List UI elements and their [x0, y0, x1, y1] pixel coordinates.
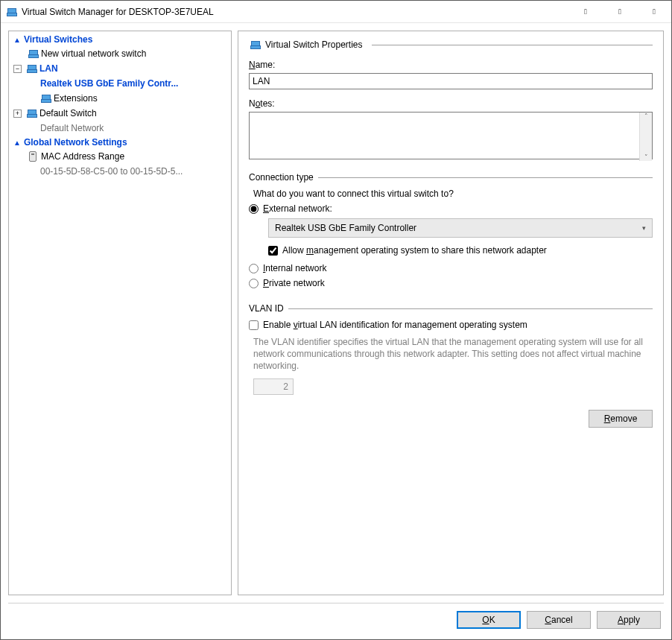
connection-type-title: Connection type: [249, 172, 314, 183]
allow-mgmt-check[interactable]: Allow management operating system to sha…: [268, 245, 653, 256]
vswitch-icon: [25, 107, 37, 119]
tree-item-lan[interactable]: − LAN: [9, 61, 231, 76]
tree-item-lan-adapter[interactable]: Realtek USB GbE Family Contr...: [9, 76, 231, 91]
vlan-id-input: [253, 378, 294, 395]
tree-pane: ▲ Virtual Switches New virtual network s…: [8, 31, 232, 595]
tree-item-mac-range[interactable]: MAC Address Range: [9, 149, 231, 164]
nic-icon: [29, 151, 37, 162]
vlan-group: VLAN ID Enable virtual LAN identificatio…: [249, 303, 653, 395]
radio-internal-input[interactable]: [249, 264, 259, 273]
properties-heading: Virtual Switch Properties: [249, 39, 653, 51]
vlan-enable-input[interactable]: [249, 320, 259, 330]
window-title: Virtual Switch Manager for DESKTOP-3E7UE…: [22, 7, 214, 17]
tree-item-default-switch[interactable]: + Default Switch: [9, 106, 231, 121]
tree-item-extensions[interactable]: Extensions: [9, 91, 231, 106]
collapse-icon[interactable]: −: [13, 65, 22, 73]
ok-button[interactable]: OK: [457, 611, 521, 629]
scrollbar[interactable]: ˄˅: [639, 113, 652, 161]
notes-label: Notes:: [249, 98, 653, 109]
dialog-footer: OK Cancel Apply: [1, 603, 671, 639]
connection-type-group: Connection type What do you want to conn…: [249, 172, 653, 293]
vswitch-icon: [39, 92, 51, 104]
remove-button[interactable]: Remove: [589, 410, 653, 428]
chevron-down-icon: ▾: [642, 224, 646, 232]
name-label: Name:: [249, 60, 653, 70]
notes-input[interactable]: [249, 112, 653, 159]
cancel-button[interactable]: Cancel: [527, 611, 591, 629]
name-input[interactable]: [249, 73, 653, 89]
properties-pane: Virtual Switch Properties Name: Notes: ˄…: [238, 31, 664, 595]
adapter-select[interactable]: Realtek USB GbE Family Controller ▾: [268, 218, 653, 238]
chevron-up-icon: ▲: [13, 36, 21, 44]
vlan-title: VLAN ID: [249, 303, 284, 314]
vswitch-icon: [249, 39, 261, 51]
tree-section-global[interactable]: ▲ Global Network Settings: [9, 136, 231, 149]
app-icon: [5, 6, 17, 18]
tree-item-new-switch[interactable]: New virtual network switch: [9, 46, 231, 61]
vlan-enable-check[interactable]: Enable virtual LAN identification for ma…: [249, 320, 653, 330]
expand-icon[interactable]: +: [13, 110, 22, 118]
tree-section-virtual-switches[interactable]: ▲ Virtual Switches: [9, 33, 231, 46]
connection-question: What do you want to connect this virtual…: [253, 188, 653, 199]
body: ▲ Virtual Switches New virtual network s…: [1, 23, 671, 603]
vswitch-icon: [25, 63, 37, 75]
allow-mgmt-input[interactable]: [268, 246, 278, 256]
radio-internal[interactable]: Internal network: [249, 263, 653, 273]
maximize-button[interactable]: : [603, 1, 637, 23]
tree-item-mac-range-value: 00-15-5D-58-C5-00 to 00-15-5D-5...: [9, 164, 231, 179]
titlebar[interactable]: Virtual Switch Manager for DESKTOP-3E7UE…: [1, 1, 671, 23]
apply-button[interactable]: Apply: [597, 611, 661, 629]
radio-private-input[interactable]: [249, 279, 259, 288]
radio-external[interactable]: External network:: [249, 203, 653, 214]
tree-item-default-network[interactable]: Default Network: [9, 121, 231, 136]
vswitch-icon: [27, 48, 39, 60]
close-button[interactable]: : [637, 1, 671, 23]
radio-private[interactable]: Private network: [249, 278, 653, 288]
window-root: Virtual Switch Manager for DESKTOP-3E7UE…: [0, 0, 672, 640]
chevron-up-icon: ▲: [13, 139, 21, 147]
minimize-button[interactable]: : [568, 1, 603, 23]
radio-external-input[interactable]: [249, 204, 259, 214]
vlan-description: The VLAN identifier specifies the virtua…: [253, 336, 653, 373]
